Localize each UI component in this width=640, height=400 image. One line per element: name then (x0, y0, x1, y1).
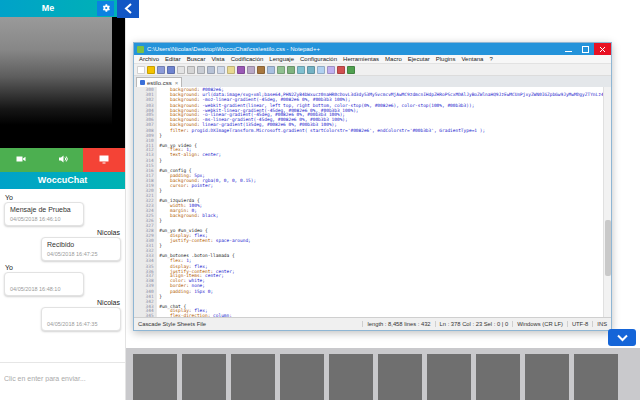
menu-macro[interactable]: Macro (382, 56, 405, 62)
speaker-icon (57, 153, 69, 168)
message-bubble[interactable]: Recibido04/05/2018 16:47:25 (41, 237, 121, 261)
find-icon[interactable] (257, 66, 265, 74)
me-title: Me (0, 0, 96, 17)
tab-bar: estilo.css × (134, 76, 611, 87)
redo-icon[interactable] (247, 66, 255, 74)
save-icon[interactable] (157, 66, 165, 74)
message-author: Yo (5, 264, 13, 271)
menu-herramientas[interactable]: Herramientas (340, 56, 382, 62)
saved-disk-icon (140, 80, 145, 85)
close-all-icon[interactable] (187, 66, 195, 74)
video-tile[interactable] (133, 354, 177, 400)
file-tab[interactable]: estilo.css × (136, 77, 182, 87)
video-tile[interactable] (574, 354, 618, 400)
undo-icon[interactable] (237, 66, 245, 74)
message-input[interactable] (4, 375, 121, 382)
toolbar (134, 64, 611, 76)
menu-ejecutar[interactable]: Ejecutar (405, 56, 433, 62)
chat-panel: Me WoccuChat YoMensaje de Prueba04/05/20… (0, 0, 126, 400)
zoom-in-icon[interactable] (277, 66, 285, 74)
menu-archivo[interactable]: Archivo (136, 56, 162, 62)
notepad-app-icon (137, 46, 144, 53)
code-editor[interactable]: 3003013023033043053063073083093103113123… (134, 87, 611, 317)
camera-icon (15, 153, 27, 168)
video-tile[interactable] (182, 354, 226, 400)
sync-scroll-h-icon[interactable] (307, 66, 315, 74)
editor-surface: 3003013023033043053063073083093103113123… (134, 87, 611, 317)
message-time: 04/05/2018 16:48:10 (10, 286, 78, 292)
menu-editar[interactable]: Editar (162, 56, 184, 62)
paste-icon[interactable] (227, 66, 235, 74)
message-text: Recibido (47, 241, 115, 249)
video-tile[interactable] (329, 354, 373, 400)
message-bubble[interactable]: 04/05/2018 16:48:10 (4, 272, 84, 296)
menu-vista[interactable]: Vista (208, 56, 227, 62)
chat-title: WoccuChat (0, 172, 125, 189)
replace-icon[interactable] (267, 66, 275, 74)
speaker-button[interactable] (42, 148, 84, 172)
file-tab-label: estilo.css (147, 80, 172, 86)
message-bubble[interactable]: 04/05/2018 16:47:35 (41, 307, 121, 331)
macro-record-icon[interactable] (337, 66, 345, 74)
minimize-button[interactable] (560, 43, 577, 55)
message-author: Yo (5, 194, 13, 201)
message-time: 04/05/2018 16:46:10 (10, 216, 78, 222)
window-titlebar[interactable]: C:\Users\Nicolas\Desktop\WoccuChat\css\e… (134, 43, 611, 55)
menu-plugins[interactable]: Plugins (433, 56, 459, 62)
save-all-icon[interactable] (167, 66, 175, 74)
print-icon[interactable] (197, 66, 205, 74)
sync-scroll-v-icon[interactable] (297, 66, 305, 74)
menu-lenguaje[interactable]: Lenguaje (266, 56, 297, 62)
open-folder-icon[interactable] (147, 66, 155, 74)
status-doc-type: Cascade Style Sheets File (134, 321, 362, 327)
zoom-out-icon[interactable] (287, 66, 295, 74)
video-tile[interactable] (525, 354, 569, 400)
cut-icon[interactable] (207, 66, 215, 74)
status-cursor-position: Ln : 378 Col : 23 Sel : 0 | 0 (435, 321, 513, 327)
screen-button[interactable] (83, 148, 125, 172)
scroll-down-button[interactable] (608, 329, 636, 346)
tab-close-icon[interactable]: × (175, 80, 179, 86)
word-wrap-icon[interactable] (317, 66, 325, 74)
close-icon[interactable] (177, 66, 185, 74)
call-controls (0, 148, 125, 172)
camera-button[interactable] (0, 148, 42, 172)
status-bar: Cascade Style Sheets File length : 8,458… (134, 317, 611, 330)
me-header: Me (0, 0, 125, 17)
collapse-sidebar-button[interactable] (117, 0, 139, 18)
message-text (10, 276, 78, 284)
maximize-button[interactable] (577, 43, 594, 55)
video-tile[interactable] (476, 354, 520, 400)
macro-play-icon[interactable] (347, 66, 355, 74)
video-tile[interactable] (427, 354, 471, 400)
chat-message: YoMensaje de Prueba04/05/2018 16:46:10 (0, 191, 125, 226)
copy-icon[interactable] (217, 66, 225, 74)
chevron-down-icon (617, 330, 628, 345)
video-tile[interactable] (378, 354, 422, 400)
menu-ventana[interactable]: Ventana (458, 56, 486, 62)
message-author: Nicolas (97, 229, 120, 236)
menu-configuracin[interactable]: Configuración (297, 56, 340, 62)
menu-?[interactable]: ? (486, 56, 495, 62)
message-text (47, 311, 115, 319)
message-list[interactable]: YoMensaje de Prueba04/05/2018 16:46:10Ni… (0, 189, 125, 362)
close-button[interactable] (594, 43, 611, 55)
menu-buscar[interactable]: Buscar (184, 56, 209, 62)
message-bubble[interactable]: Mensaje de Prueba04/05/2018 16:46:10 (4, 202, 84, 226)
line-number: 345 (134, 314, 154, 317)
settings-button[interactable] (97, 1, 114, 16)
code-area[interactable]: background: #0082e6; background: url(dat… (156, 87, 611, 317)
menu-codificacin[interactable]: Codificación (228, 56, 267, 62)
message-time: 04/05/2018 16:47:35 (47, 321, 115, 327)
video-tile[interactable] (280, 354, 324, 400)
show-all-chars-icon[interactable] (327, 66, 335, 74)
new-file-icon[interactable] (137, 66, 145, 74)
desktop: C:\Users\Nicolas\Desktop\WoccuChat\css\e… (126, 0, 640, 400)
chat-message: Yo04/05/2018 16:48:10 (0, 261, 125, 296)
local-video-preview (0, 17, 125, 148)
status-encoding: UTF-8 (567, 321, 592, 327)
vertical-scrollbar[interactable] (603, 87, 611, 317)
scrollbar-thumb[interactable] (605, 220, 611, 275)
video-tile[interactable] (231, 354, 275, 400)
chevron-left-icon (124, 2, 133, 17)
